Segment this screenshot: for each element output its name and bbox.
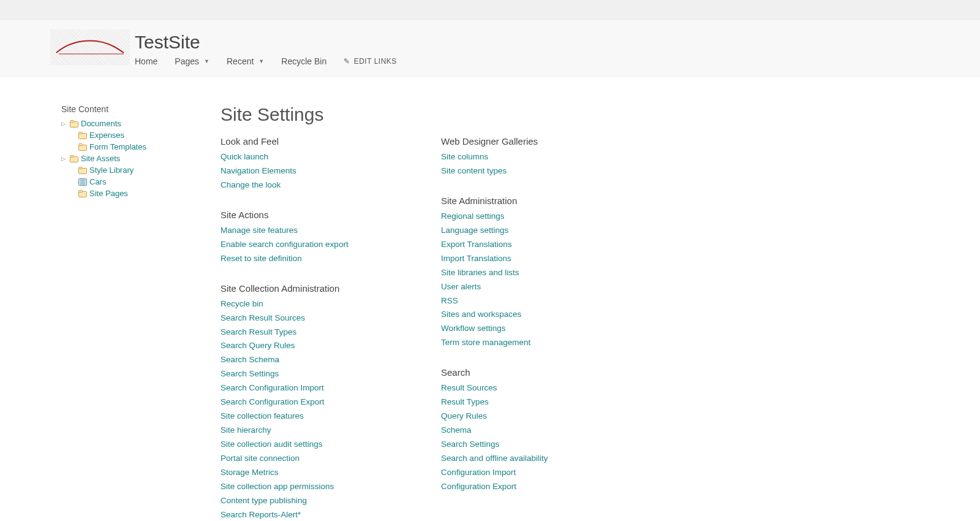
svg-rect-9: [79, 167, 83, 169]
settings-link[interactable]: Manage site features: [221, 224, 398, 238]
folder-icon: [78, 167, 87, 174]
folder-icon: [70, 155, 78, 162]
left-nav-item-label: Site Assets: [81, 154, 120, 163]
left-nav-item-label: Cars: [89, 177, 106, 186]
left-nav-item[interactable]: ▷Site Assets: [61, 153, 221, 164]
folder-icon: [78, 132, 87, 139]
settings-link[interactable]: Content type publishing: [221, 494, 398, 508]
left-nav-item[interactable]: Form Templates: [70, 141, 221, 153]
svg-rect-5: [79, 143, 83, 145]
pencil-icon: ✎: [344, 57, 350, 66]
settings-link[interactable]: Import Translations: [441, 252, 619, 266]
settings-link[interactable]: Search Settings: [441, 438, 619, 452]
settings-group-heading: Site Actions: [221, 210, 398, 220]
settings-group-heading: Site Collection Administration: [221, 283, 398, 294]
settings-link[interactable]: Site hierarchy: [221, 424, 398, 438]
settings-link[interactable]: Site columns: [441, 150, 619, 164]
expand-icon[interactable]: ▷: [61, 156, 67, 162]
expand-icon[interactable]: ▷: [61, 121, 67, 127]
settings-link[interactable]: Search Configuration Export: [221, 395, 398, 409]
left-nav-item[interactable]: Style Library: [70, 164, 221, 176]
settings-group: Site Collection AdministrationRecycle bi…: [221, 283, 398, 521]
settings-link[interactable]: Portal site connection: [221, 452, 398, 466]
settings-link[interactable]: Export Translations: [441, 238, 619, 252]
settings-column: Look and FeelQuick launchNavigation Elem…: [221, 136, 398, 521]
settings-link[interactable]: Search Settings: [221, 367, 398, 381]
settings-link[interactable]: Site collection app permissions: [221, 480, 398, 494]
nav-pages-label: Pages: [175, 56, 199, 66]
settings-group: Site ActionsManage site featuresEnable s…: [221, 210, 398, 266]
caret-down-icon: ▼: [204, 58, 209, 64]
content-area: Site Settings Look and FeelQuick launchN…: [221, 104, 980, 521]
settings-link[interactable]: Site content types: [441, 164, 619, 178]
settings-link[interactable]: Recycle bin: [221, 297, 398, 311]
settings-group-heading: Site Administration: [441, 196, 619, 206]
settings-link[interactable]: Configuration Import: [441, 466, 619, 480]
settings-link[interactable]: Search Reports-Alert*: [221, 508, 398, 521]
settings-link[interactable]: Navigation Elements: [221, 164, 398, 178]
settings-group: Look and FeelQuick launchNavigation Elem…: [221, 136, 398, 192]
settings-link[interactable]: Search Result Types: [221, 325, 398, 340]
left-nav-item[interactable]: Cars: [70, 176, 221, 188]
folder-icon: [78, 143, 87, 151]
left-nav-item[interactable]: Site Pages: [70, 188, 221, 199]
settings-link[interactable]: Quick launch: [221, 150, 398, 164]
settings-group: Site AdministrationRegional settingsLang…: [441, 196, 619, 350]
nav-recent-label: Recent: [227, 56, 254, 66]
edit-links-label: EDIT LINKS: [354, 57, 397, 66]
svg-rect-15: [79, 190, 83, 192]
settings-link[interactable]: Search Query Rules: [221, 339, 398, 353]
site-title[interactable]: TestSite: [135, 32, 397, 53]
nav-recycle-bin[interactable]: Recycle Bin: [281, 56, 326, 66]
settings-link[interactable]: Search Configuration Import: [221, 381, 398, 395]
settings-link[interactable]: Storage Metrics: [221, 466, 398, 480]
nav-home[interactable]: Home: [135, 56, 157, 66]
settings-link[interactable]: RSS: [441, 294, 619, 308]
settings-link[interactable]: Configuration Export: [441, 480, 619, 494]
suite-bar: [0, 0, 980, 20]
left-nav-item-label: Form Templates: [89, 142, 146, 151]
nav-recent[interactable]: Recent ▼: [227, 56, 264, 66]
settings-link[interactable]: Result Sources: [441, 381, 619, 395]
settings-link[interactable]: Result Types: [441, 395, 619, 409]
svg-rect-3: [79, 132, 83, 134]
settings-link[interactable]: Site collection audit settings: [221, 438, 398, 452]
left-nav-title: Site Content: [61, 104, 221, 114]
settings-link[interactable]: Query Rules: [441, 409, 619, 424]
settings-link[interactable]: User alerts: [441, 280, 619, 294]
settings-link[interactable]: Search Result Sources: [221, 311, 398, 325]
settings-link[interactable]: Term store management: [441, 336, 619, 350]
caret-down-icon: ▼: [258, 58, 264, 64]
settings-link[interactable]: Site libraries and lists: [441, 266, 619, 280]
left-nav-item[interactable]: ▷Documents: [61, 118, 221, 129]
settings-group: SearchResult SourcesResult TypesQuery Ru…: [441, 367, 619, 494]
settings-link[interactable]: Workflow settings: [441, 322, 619, 336]
settings-group-heading: Web Designer Galleries: [441, 136, 619, 146]
page-title: Site Settings: [221, 104, 980, 125]
car-icon: [55, 34, 125, 59]
site-logo[interactable]: [50, 29, 130, 65]
site-header: TestSite Home Pages ▼ Recent ▼ Recycle B…: [0, 20, 980, 77]
left-nav-item-label: Style Library: [89, 165, 134, 175]
settings-group-heading: Search: [441, 367, 619, 378]
left-nav-item-label: Documents: [81, 119, 121, 128]
settings-link[interactable]: Search Schema: [221, 353, 398, 367]
left-nav-item-label: Expenses: [89, 131, 124, 140]
settings-link[interactable]: Site collection features: [221, 409, 398, 424]
folder-icon: [78, 190, 87, 197]
settings-link[interactable]: Change the look: [221, 178, 398, 192]
settings-link[interactable]: Language settings: [441, 224, 619, 238]
settings-link[interactable]: Schema: [441, 424, 619, 438]
settings-link[interactable]: Regional settings: [441, 210, 619, 224]
settings-group-heading: Look and Feel: [221, 136, 398, 146]
settings-link[interactable]: Sites and workspaces: [441, 308, 619, 322]
folder-icon: [70, 120, 78, 127]
settings-link[interactable]: Enable search configuration export: [221, 238, 398, 252]
left-nav-item[interactable]: Expenses: [70, 129, 221, 141]
edit-links-button[interactable]: ✎ EDIT LINKS: [344, 57, 397, 66]
settings-link[interactable]: Search and offline availability: [441, 452, 619, 466]
svg-rect-1: [70, 120, 74, 122]
nav-pages[interactable]: Pages ▼: [175, 56, 209, 66]
settings-link[interactable]: Reset to site definition: [221, 252, 398, 266]
svg-rect-7: [70, 155, 74, 157]
